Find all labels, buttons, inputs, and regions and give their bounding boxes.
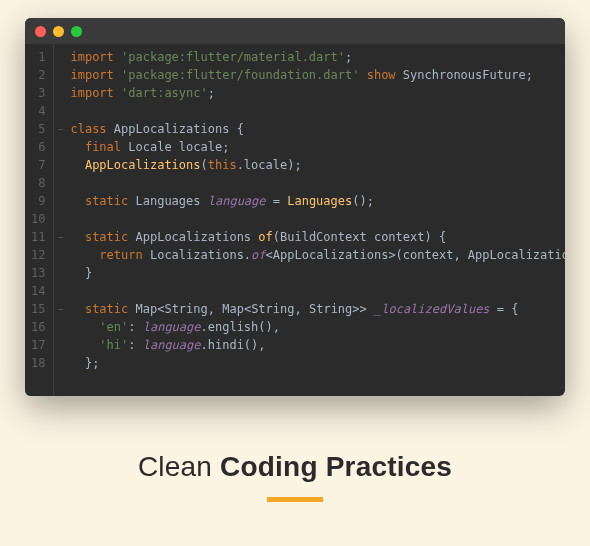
code-line: }; [70, 354, 565, 372]
code-line: AppLocalizations(this.locale); [70, 156, 565, 174]
fold-marker [54, 48, 66, 66]
line-number: 9 [31, 192, 45, 210]
line-number: 18 [31, 354, 45, 372]
fold-marker[interactable]: − [54, 120, 66, 138]
fold-marker [54, 210, 66, 228]
code-content[interactable]: import 'package:flutter/material.dart';i… [66, 44, 565, 396]
line-number: 16 [31, 318, 45, 336]
fold-marker [54, 138, 66, 156]
code-line: final Locale locale; [70, 138, 565, 156]
fold-marker [54, 192, 66, 210]
close-icon[interactable] [35, 26, 46, 37]
fold-marker [54, 282, 66, 300]
line-number: 6 [31, 138, 45, 156]
line-number: 10 [31, 210, 45, 228]
code-line [70, 102, 565, 120]
line-number: 7 [31, 156, 45, 174]
caption: Clean Coding Practices [138, 451, 452, 483]
line-number: 14 [31, 282, 45, 300]
fold-marker [54, 66, 66, 84]
fold-marker [54, 354, 66, 372]
fold-marker [54, 318, 66, 336]
code-line: 'hi': language.hindi(), [70, 336, 565, 354]
line-number: 5 [31, 120, 45, 138]
caption-underline [267, 497, 323, 502]
code-line: import 'dart:async'; [70, 84, 565, 102]
code-line: } [70, 264, 565, 282]
code-editor-window: 123456789101112131415161718 −−− import '… [25, 18, 565, 396]
code-area: 123456789101112131415161718 −−− import '… [25, 44, 565, 396]
fold-marker [54, 174, 66, 192]
minimize-icon[interactable] [53, 26, 64, 37]
line-number: 3 [31, 84, 45, 102]
line-number: 1 [31, 48, 45, 66]
window-titlebar [25, 18, 565, 44]
code-line: static AppLocalizations of(BuildContext … [70, 228, 565, 246]
line-number: 11 [31, 228, 45, 246]
code-line: static Languages language = Languages(); [70, 192, 565, 210]
fold-marker [54, 84, 66, 102]
fold-column: −−− [54, 44, 66, 396]
code-line [70, 210, 565, 228]
code-line [70, 174, 565, 192]
code-line: import 'package:flutter/foundation.dart'… [70, 66, 565, 84]
code-line: class AppLocalizations { [70, 120, 565, 138]
code-line: import 'package:flutter/material.dart'; [70, 48, 565, 66]
fold-marker[interactable]: − [54, 228, 66, 246]
fold-marker [54, 336, 66, 354]
fold-marker [54, 102, 66, 120]
code-line: return Localizations.of<AppLocalizations… [70, 246, 565, 264]
fold-marker [54, 246, 66, 264]
line-number: 2 [31, 66, 45, 84]
line-number: 13 [31, 264, 45, 282]
line-number: 17 [31, 336, 45, 354]
line-number: 4 [31, 102, 45, 120]
line-number: 8 [31, 174, 45, 192]
zoom-icon[interactable] [71, 26, 82, 37]
line-number-gutter: 123456789101112131415161718 [25, 44, 54, 396]
code-line: 'en': language.english(), [70, 318, 565, 336]
line-number: 15 [31, 300, 45, 318]
fold-marker [54, 264, 66, 282]
caption-light: Clean [138, 451, 220, 482]
fold-marker [54, 156, 66, 174]
fold-marker[interactable]: − [54, 300, 66, 318]
code-line: static Map<String, Map<String, String>> … [70, 300, 565, 318]
code-line [70, 282, 565, 300]
line-number: 12 [31, 246, 45, 264]
caption-bold: Coding Practices [220, 451, 452, 482]
